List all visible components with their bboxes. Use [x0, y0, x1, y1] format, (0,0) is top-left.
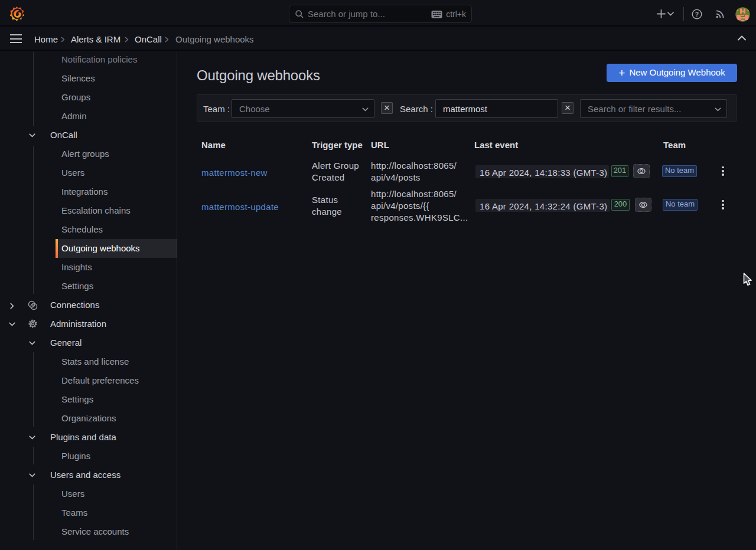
svg-text:?: ?	[695, 11, 699, 18]
